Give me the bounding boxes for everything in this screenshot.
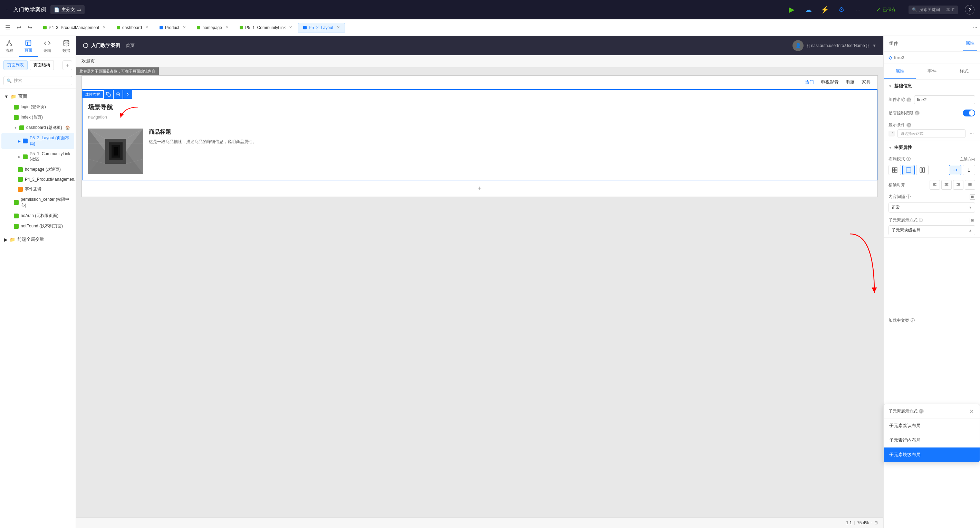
copy-component-btn[interactable] xyxy=(104,90,113,99)
tab-p43[interactable]: P4_3_ProductManagement ✕ xyxy=(38,23,111,32)
sidebar-nav-data[interactable]: 数据 xyxy=(57,36,76,57)
layout-mode-info-icon[interactable]: ⓘ xyxy=(907,156,911,162)
scale-minus-btn[interactable]: - xyxy=(871,520,872,525)
tree-item-label: P4_3_ProductManagemen... xyxy=(25,177,76,182)
tree-item-p52[interactable]: ▶ P5_2_Layout (页面布局) xyxy=(2,133,74,149)
tree-item-homepage[interactable]: homepage (欢迎页) xyxy=(2,164,74,174)
nav-tv[interactable]: 电视影音 xyxy=(821,79,839,85)
back-icon[interactable]: ← xyxy=(6,7,10,13)
tab-p52[interactable]: P5_2_Layout ✕ xyxy=(298,23,345,32)
page-nav-item[interactable]: 首页 xyxy=(126,43,135,49)
tab-close-icon[interactable]: ✕ xyxy=(337,25,340,30)
content-gap-info-icon[interactable]: ⓘ xyxy=(907,194,911,200)
more-icon[interactable]: ··· xyxy=(853,4,864,15)
sidebar-nav-flow[interactable]: 流程 xyxy=(0,36,19,57)
access-control-toggle[interactable] xyxy=(963,110,975,116)
dropdown-option-default[interactable]: 子元素默认布局 xyxy=(884,418,980,433)
add-page-btn[interactable]: + xyxy=(62,61,72,70)
align-justify-btn[interactable] xyxy=(965,180,975,190)
component-name-value: line2 xyxy=(914,96,975,104)
component-type-label[interactable]: 线性布局 xyxy=(83,91,103,98)
sidebar-nav-logic[interactable]: 逻辑 xyxy=(38,36,57,57)
tab-more-icon[interactable]: ⋯ xyxy=(973,25,977,30)
tab-attributes[interactable]: 属性 xyxy=(884,64,916,79)
tree-item-p43[interactable]: P4_3_ProductManagemen... xyxy=(2,175,74,184)
help-icon[interactable]: ? xyxy=(965,5,974,14)
content-gap-expand-icon[interactable]: ⊞ xyxy=(970,194,975,200)
layout-mode-grid-btn[interactable] xyxy=(888,165,901,175)
tab-p51[interactable]: P5_1_CommunityLink ✕ xyxy=(234,23,298,32)
redo-icon[interactable]: ↪ xyxy=(25,23,35,32)
nav-furniture[interactable]: 家具 xyxy=(862,79,870,85)
align-right-btn[interactable] xyxy=(953,180,963,190)
basic-info-header[interactable]: ▼ 基础信息 xyxy=(884,80,980,93)
load-text-info-icon[interactable]: ⓘ xyxy=(911,317,915,324)
delete-component-btn[interactable] xyxy=(114,90,123,99)
page-structure-btn[interactable]: 页面结构 xyxy=(30,60,54,70)
page-section: ▼ 📁 页面 login (登录页) index (首页) ▼ dashboar… xyxy=(0,90,76,233)
dropdown-option-block[interactable]: 子元素块级布局 xyxy=(884,448,980,462)
scale-fit-btn[interactable]: ⊞ xyxy=(874,520,878,525)
component-name-display: line2 xyxy=(894,55,904,60)
play-icon[interactable]: ▶ xyxy=(786,4,797,15)
condition-more-icon[interactable]: ⋯ xyxy=(968,130,975,137)
component-library-tab[interactable]: 组件 xyxy=(886,36,901,51)
tab-close-icon[interactable]: ✕ xyxy=(226,25,229,30)
dropdown-option-inline[interactable]: 子元素行内布局 xyxy=(884,433,980,448)
component-name-info-icon[interactable]: ⓘ xyxy=(907,97,911,102)
tab-homepage[interactable]: homepage ✕ xyxy=(192,23,234,32)
access-control-info-icon[interactable]: ⓘ xyxy=(915,110,920,115)
tree-item-index[interactable]: index (首页) xyxy=(2,112,74,122)
tab-close-icon[interactable]: ✕ xyxy=(183,25,186,30)
nav-pc[interactable]: 电脑 xyxy=(846,79,855,85)
tab-product[interactable]: Product ✕ xyxy=(154,23,191,32)
search-bar[interactable]: 🔍 搜索关键词 ⌘+F xyxy=(908,6,958,14)
properties-tab[interactable]: 属性 xyxy=(963,36,977,51)
display-condition-info-icon[interactable]: ⓘ xyxy=(907,123,911,128)
main-props-header[interactable]: ▼ 主要属性 xyxy=(884,141,980,154)
tab-close-icon[interactable]: ✕ xyxy=(145,25,148,30)
page-section-header[interactable]: ▼ 📁 页面 xyxy=(0,91,76,102)
sidebar-search-input[interactable]: 🔍 搜索 xyxy=(3,76,72,85)
expand-component-btn[interactable] xyxy=(123,90,132,99)
child-display-select[interactable]: 子元素块级布局 ▲ xyxy=(888,225,975,235)
child-display-expand-icon[interactable]: ⊞ xyxy=(970,218,975,223)
axis-horizontal-btn[interactable] xyxy=(949,165,961,175)
tab-dashboard[interactable]: dashboard ✕ xyxy=(111,23,154,32)
dropdown-close-icon[interactable]: ✕ xyxy=(968,408,975,415)
axis-vertical-btn[interactable] xyxy=(963,165,975,175)
tree-item-noauth[interactable]: noAuth (无权限页面) xyxy=(2,211,74,221)
nav-hot[interactable]: 热门 xyxy=(805,79,814,85)
tab-close-icon[interactable]: ✕ xyxy=(103,25,106,30)
publish-icon[interactable]: ⚡ xyxy=(819,4,830,15)
content-gap-select[interactable]: 正常 ▼ xyxy=(888,203,975,212)
align-center-btn[interactable] xyxy=(941,180,952,190)
sidebar-nav-page[interactable]: 页面 xyxy=(19,36,38,57)
tree-item-permission[interactable]: permission_center (权限中心) xyxy=(2,195,74,211)
dropdown-arrow-icon[interactable]: ▼ xyxy=(872,43,877,48)
sidebar-toggle-icon[interactable]: ☰ xyxy=(3,23,13,32)
search-placeholder-text: 搜索 xyxy=(14,78,22,84)
tree-item-event-logic[interactable]: 事件逻辑 xyxy=(2,184,74,194)
tree-item-dashboard[interactable]: ▼ dashboard (总览页) 🏠 xyxy=(2,123,74,133)
branch-button[interactable]: 📄 主分支 ⇄ xyxy=(51,5,84,14)
settings-icon[interactable]: ⚙ xyxy=(836,4,847,15)
child-display-info-icon[interactable]: ⓘ xyxy=(919,217,923,223)
undo-icon[interactable]: ↩ xyxy=(14,23,24,32)
condition-select[interactable]: 请选择表达式 xyxy=(897,129,966,138)
tab-close-icon[interactable]: ✕ xyxy=(289,25,292,30)
tree-item-login[interactable]: login (登录页) xyxy=(2,102,74,112)
tree-item-notfound[interactable]: notFound (找不到页面) xyxy=(2,221,74,231)
layout-mode-flex-btn[interactable] xyxy=(902,165,915,175)
align-left-btn[interactable] xyxy=(929,180,940,190)
tab-events[interactable]: 事件 xyxy=(916,64,948,79)
tab-styles[interactable]: 样式 xyxy=(948,64,980,79)
add-component-btn[interactable]: + xyxy=(82,180,877,196)
layout-mode-row-btn[interactable] xyxy=(916,165,929,175)
global-vars-header[interactable]: ▶ 📁 前端全局变量 xyxy=(0,234,76,245)
page-list-btn[interactable]: 页面列表 xyxy=(3,60,28,70)
tree-item-p51[interactable]: ▶ P5_1_CommunityLink (社区... xyxy=(2,149,74,164)
cloud-icon[interactable]: ☁ xyxy=(803,4,814,15)
page-tree: ▼ 📁 页面 login (登录页) index (首页) ▼ dashboar… xyxy=(0,88,76,528)
dropdown-info-icon[interactable]: ⓘ xyxy=(919,409,924,414)
